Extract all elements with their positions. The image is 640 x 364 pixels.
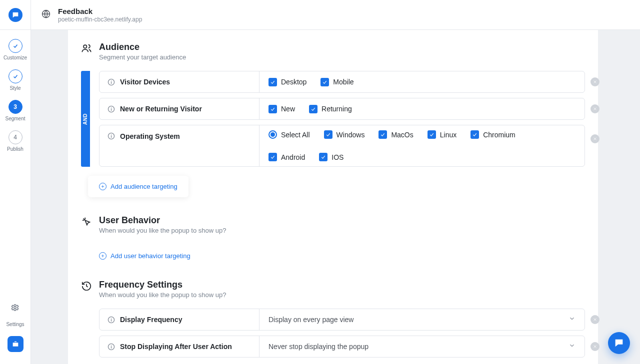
display-frequency-select[interactable]: Display on every page view <box>260 309 584 330</box>
frequency-subtitle: When would you like the popup to show up… <box>99 291 226 299</box>
checkbox-chromium[interactable]: Chromium <box>470 130 516 139</box>
step-style-circle <box>8 69 22 83</box>
macos-label: MacOs <box>391 131 413 139</box>
stop-displaying-label: Stop Displaying After User Action <box>120 343 232 351</box>
briefcase-icon <box>12 340 20 348</box>
windows-label: Windows <box>336 131 365 139</box>
operating-system-label: Operating System <box>120 132 180 140</box>
stop-displaying-value: Never stop displaying the popup <box>268 343 368 351</box>
section-audience: Audience Segment your target audience AN… <box>68 30 598 203</box>
visitor-type-label: New or Returning Visitor <box>120 105 202 113</box>
check-icon <box>472 132 478 137</box>
step-segment-circle: 3 <box>8 100 22 114</box>
check-icon <box>380 132 386 137</box>
info-icon[interactable]: i <box>108 132 115 140</box>
info-icon[interactable]: i <box>108 105 115 113</box>
info-icon[interactable]: i <box>108 78 115 86</box>
checkbox-new[interactable]: New <box>268 105 295 113</box>
display-frequency-value: Display on every page view <box>268 316 354 324</box>
select-all-label: Select All <box>281 131 310 139</box>
checkbox-macos[interactable]: MacOs <box>378 130 413 139</box>
step-customize[interactable]: Customize <box>4 39 27 60</box>
add-behavior-label: Add user behavior targeting <box>110 252 190 260</box>
info-icon[interactable]: i <box>108 316 115 324</box>
add-audience-targeting[interactable]: Add audience targeting <box>88 176 188 197</box>
step-customize-label: Customize <box>4 55 27 60</box>
new-label: New <box>281 105 295 113</box>
svg-point-0 <box>14 307 16 309</box>
check-icon <box>12 43 18 49</box>
check-icon <box>326 132 331 137</box>
checkbox-linux[interactable]: Linux <box>428 130 456 139</box>
page-title: Feedback <box>58 7 142 15</box>
check-icon <box>270 154 276 160</box>
info-icon[interactable]: i <box>108 343 115 351</box>
remove-operating-system[interactable] <box>590 134 600 143</box>
check-icon <box>320 154 326 160</box>
add-audience-label: Add audience targeting <box>110 183 178 190</box>
behavior-title: User Behavior <box>99 215 226 226</box>
remove-display-frequency[interactable] <box>590 315 600 324</box>
rail-settings[interactable]: Settings <box>6 301 24 327</box>
row-visitor-devices: i Visitor Devices Desktop Mobile <box>99 71 585 93</box>
close-icon <box>592 136 598 141</box>
chromium-label: Chromium <box>483 131 516 139</box>
frequency-title: Frequency Settings <box>99 280 226 290</box>
checkbox-mobile[interactable]: Mobile <box>320 78 354 86</box>
audience-conditions: AND i Visitor Devices Desktop <box>81 71 585 167</box>
returning-label: Returning <box>322 105 352 113</box>
checkbox-windows[interactable]: Windows <box>324 130 365 139</box>
step-rail: Customize Style 3 Segment 4 Publish Sett… <box>0 30 31 364</box>
remove-stop-displaying[interactable] <box>590 342 600 351</box>
row-stop-displaying: i Stop Displaying After User Action Neve… <box>99 336 585 358</box>
step-segment-label: Segment <box>5 116 25 121</box>
mobile-label: Mobile <box>333 78 354 86</box>
app-logo[interactable] <box>8 8 22 22</box>
close-icon <box>592 317 598 322</box>
remove-visitor-devices[interactable] <box>590 77 600 86</box>
desktop-label: Desktop <box>281 78 306 86</box>
and-label: AND <box>83 113 88 124</box>
add-behavior-targeting[interactable]: Add user behavior targeting <box>81 248 190 262</box>
history-icon <box>81 281 92 292</box>
radio-select-all[interactable]: Select All <box>268 130 310 139</box>
chat-bubble-icon <box>12 11 20 19</box>
rail-settings-label: Settings <box>6 322 24 327</box>
close-icon <box>592 344 598 349</box>
display-frequency-label: Display Frequency <box>120 316 182 324</box>
settings-card: Audience Segment your target audience AN… <box>68 30 598 364</box>
step-publish-label: Publish <box>7 146 24 152</box>
step-style[interactable]: Style <box>8 69 22 91</box>
chevron-down-icon <box>568 342 576 351</box>
remove-visitor-type[interactable] <box>590 104 600 113</box>
behavior-subtitle: When would you like the popup to show up… <box>99 227 226 234</box>
plus-icon <box>99 183 106 190</box>
section-frequency: Frequency Settings When would you like t… <box>68 268 598 364</box>
stop-displaying-select[interactable]: Never stop displaying the popup <box>260 336 584 357</box>
step-publish[interactable]: 4 Publish <box>7 130 24 152</box>
svg-text:i: i <box>110 134 112 139</box>
audience-title: Audience <box>99 42 186 52</box>
svg-text:i: i <box>110 106 112 111</box>
checkbox-ios[interactable]: IOS <box>319 153 344 161</box>
step-style-label: Style <box>10 85 20 91</box>
briefcase-button[interactable] <box>8 336 24 352</box>
canvas: Audience Segment your target audience AN… <box>31 30 640 364</box>
checkbox-desktop[interactable]: Desktop <box>268 78 306 86</box>
check-icon <box>270 79 276 85</box>
linux-label: Linux <box>440 131 456 139</box>
chat-fab[interactable] <box>608 332 630 354</box>
audience-subtitle: Segment your target audience <box>99 53 186 61</box>
svg-point-2 <box>84 45 86 48</box>
section-behavior: User Behavior When would you like the po… <box>68 203 598 268</box>
step-segment[interactable]: 3 Segment <box>5 100 25 121</box>
android-label: Android <box>281 153 305 161</box>
gear-icon <box>8 301 22 315</box>
row-visitor-type: i New or Returning Visitor New Returning <box>99 98 585 120</box>
step-publish-circle: 4 <box>8 130 22 144</box>
header-text: Feedback poetic-muffin-cbc3ee.netlify.ap… <box>58 7 142 23</box>
row-operating-system: i Operating System Select All Windows <box>99 125 585 167</box>
plus-icon <box>99 252 106 260</box>
checkbox-returning[interactable]: Returning <box>309 105 352 113</box>
checkbox-android[interactable]: Android <box>268 153 305 161</box>
